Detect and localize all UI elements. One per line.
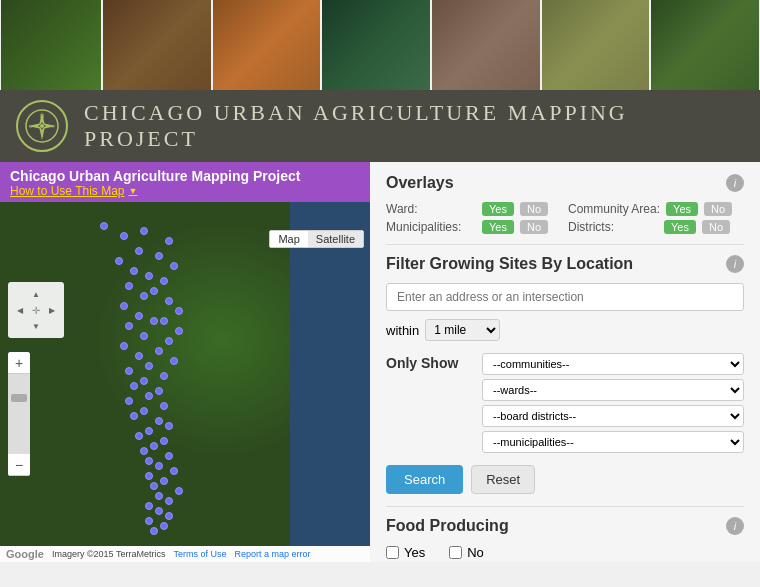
map-pin — [165, 297, 173, 305]
overlay-ward-yes[interactable]: Yes — [482, 202, 514, 216]
reset-button[interactable]: Reset — [471, 465, 535, 494]
imagery-credit: Imagery ©2015 TerraMetrics — [52, 549, 166, 559]
wards-select[interactable]: --wards-- — [482, 379, 744, 401]
map-pin — [140, 407, 148, 415]
map-image[interactable]: ▲ ◀ ✛ ▶ ▼ + − — [0, 202, 370, 546]
map-pin — [155, 507, 163, 515]
map-pin — [145, 502, 153, 510]
map-pin — [145, 472, 153, 480]
food-no-label: No — [467, 545, 484, 560]
map-pin — [150, 527, 158, 535]
map-pin — [155, 347, 163, 355]
compass-logo: N S W E — [16, 100, 68, 152]
map-header: Chicago Urban Agriculture Mapping Projec… — [0, 162, 370, 202]
map-footer: Google Imagery ©2015 TerraMetrics Terms … — [0, 546, 370, 562]
map-pin — [145, 517, 153, 525]
photo-7 — [651, 0, 759, 90]
svg-text:W: W — [29, 124, 33, 129]
photo-4 — [322, 0, 430, 90]
overlay-municipalities-no[interactable]: No — [520, 220, 548, 234]
map-pin — [165, 422, 173, 430]
food-producing-info-icon[interactable]: i — [726, 517, 744, 535]
filter-title: Filter Growing Sites By Location — [386, 255, 633, 273]
map-project-title: Chicago Urban Agriculture Mapping Projec… — [10, 168, 360, 184]
within-select[interactable]: 1 mile 2 miles 5 miles 10 miles — [425, 319, 500, 341]
nav-east-icon[interactable]: ▶ — [44, 302, 60, 318]
map-pin — [140, 292, 148, 300]
main-content: Chicago Urban Agriculture Mapping Projec… — [0, 162, 760, 562]
zoom-out-button[interactable]: − — [8, 454, 30, 476]
map-pin — [140, 447, 148, 455]
food-yes-checkbox[interactable] — [386, 546, 399, 559]
nav-south-icon[interactable]: ▼ — [28, 318, 44, 334]
map-type-map-button[interactable]: Map — [270, 231, 307, 247]
map-pin — [160, 372, 168, 380]
food-producing-title: Food Producing — [386, 517, 509, 535]
food-producing-checkboxes: Yes No — [386, 545, 744, 560]
communities-select[interactable]: --communities-- — [482, 353, 744, 375]
map-pin — [170, 357, 178, 365]
nav-center-icon[interactable]: ✛ — [28, 302, 44, 318]
map-pin — [120, 302, 128, 310]
map-pin — [120, 342, 128, 350]
map-pin — [165, 512, 173, 520]
map-pin — [150, 442, 158, 450]
photo-3 — [213, 0, 321, 90]
map-pin — [140, 332, 148, 340]
nav-cross[interactable]: ▲ ◀ ✛ ▶ ▼ — [12, 286, 60, 334]
overlay-ward-no[interactable]: No — [520, 202, 548, 216]
map-pin — [160, 317, 168, 325]
report-link[interactable]: Report a map error — [234, 549, 310, 559]
svg-text:N: N — [40, 113, 44, 119]
search-button[interactable]: Search — [386, 465, 463, 494]
how-to-link[interactable]: How to Use This Map — [10, 184, 360, 202]
map-pin — [150, 482, 158, 490]
map-type-bar: Map Satellite — [269, 230, 364, 248]
map-pin — [165, 337, 173, 345]
address-input[interactable] — [386, 283, 744, 311]
map-pin — [165, 237, 173, 245]
map-pin — [115, 257, 123, 265]
map-pin — [155, 387, 163, 395]
overlay-municipalities-row: Municipalities: Yes No — [386, 220, 548, 234]
food-yes-label: Yes — [404, 545, 425, 560]
overlays-info-icon[interactable]: i — [726, 174, 744, 192]
overlay-col-right: Community Area: Yes No Districts: Yes No — [568, 202, 732, 234]
overlay-community-yes[interactable]: Yes — [666, 202, 698, 216]
zoom-track[interactable] — [8, 374, 30, 454]
map-pin — [135, 312, 143, 320]
map-pin — [145, 457, 153, 465]
map-pins-container — [0, 202, 370, 546]
overlay-districts-yes[interactable]: Yes — [664, 220, 696, 234]
nav-west-icon[interactable]: ◀ — [12, 302, 28, 318]
municipalities-select[interactable]: --municipalities-- — [482, 431, 744, 453]
map-pin — [125, 322, 133, 330]
photo-strip — [0, 0, 760, 90]
food-producing-header: Food Producing i — [386, 517, 744, 535]
food-no-checkbox[interactable] — [449, 546, 462, 559]
board-districts-select[interactable]: --board districts-- — [482, 405, 744, 427]
zoom-in-button[interactable]: + — [8, 352, 30, 374]
map-pin — [130, 412, 138, 420]
map-pin — [155, 462, 163, 470]
overlay-community-no[interactable]: No — [704, 202, 732, 216]
map-pin — [160, 402, 168, 410]
overlay-ward-label: Ward: — [386, 202, 476, 216]
map-type-satellite-button[interactable]: Satellite — [308, 231, 363, 247]
map-pin — [175, 307, 183, 315]
filter-info-icon[interactable]: i — [726, 255, 744, 273]
map-pin — [160, 477, 168, 485]
overlay-districts-no[interactable]: No — [702, 220, 730, 234]
within-label: within — [386, 323, 419, 338]
svg-point-5 — [40, 124, 44, 128]
nav-north-icon[interactable]: ▲ — [28, 286, 44, 302]
terms-link[interactable]: Terms of Use — [173, 549, 226, 559]
map-pin — [145, 362, 153, 370]
divider-1 — [386, 244, 744, 245]
photo-2 — [103, 0, 211, 90]
only-show-selects: --communities-- --wards-- --board distri… — [482, 353, 744, 453]
overlay-municipalities-yes[interactable]: Yes — [482, 220, 514, 234]
svg-text:S: S — [41, 133, 44, 138]
photo-1 — [1, 0, 101, 90]
map-pin — [130, 382, 138, 390]
